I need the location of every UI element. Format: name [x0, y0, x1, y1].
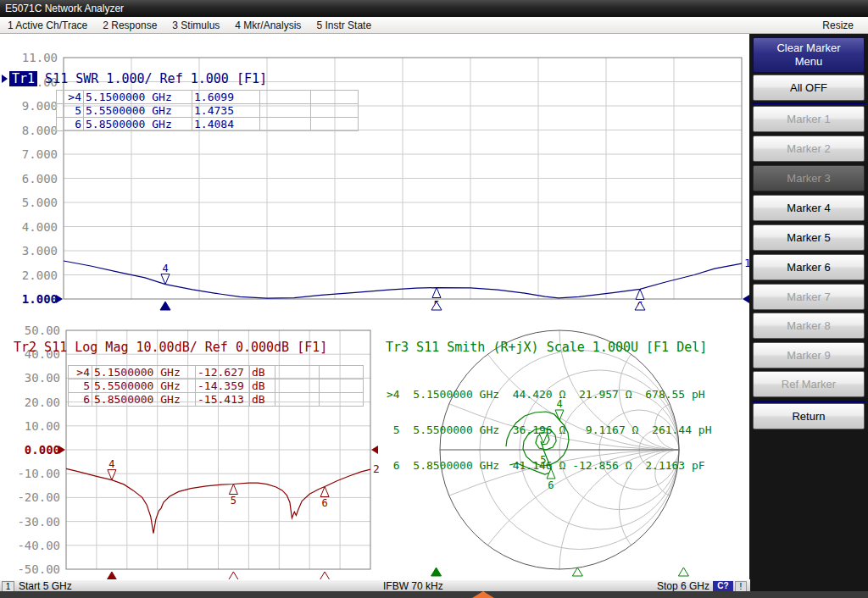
app-window: E5071C Network Analyzer 1 Active Ch/Trac…	[0, 0, 868, 598]
bottom-edge-strip	[0, 591, 868, 598]
softkey-menu-title-line2: Menu	[795, 55, 823, 69]
softkey-menu-title: Clear Marker Menu	[753, 37, 865, 73]
marker-3-button[interactable]: Marker 3	[753, 165, 865, 191]
svg-text:11.00: 11.00	[22, 51, 58, 64]
stop-frequency-label: Stop 6 GHz	[657, 580, 709, 592]
tr3-smith-chart[interactable]	[440, 330, 679, 569]
svg-text:2: 2	[373, 462, 380, 475]
softkey-separator	[752, 102, 865, 104]
svg-text:-50.00: -50.00	[17, 562, 60, 576]
svg-text:10.00: 10.00	[25, 419, 60, 433]
marker-9-button[interactable]: Marker 9	[753, 342, 865, 368]
menu-bar: 1 Active Ch/Trace 2 Response 3 Stimulus …	[0, 17, 868, 34]
menu-mkr-analysis[interactable]: 4 Mkr/Analysis	[227, 17, 309, 34]
marker-5-button[interactable]: Marker 5	[753, 224, 865, 251]
marker-1-button[interactable]: Marker 1	[753, 106, 865, 132]
svg-text:50.00: 50.00	[25, 324, 60, 337]
active-trace-arrow-icon	[2, 75, 8, 83]
svg-text:5.000: 5.000	[22, 196, 58, 209]
marker-2-button[interactable]: Marker 2	[753, 136, 865, 162]
menu-active-ch-trace[interactable]: 1 Active Ch/Trace	[0, 17, 95, 34]
svg-text:6.000: 6.000	[22, 172, 58, 185]
tr1-swr-chart[interactable]	[64, 58, 742, 299]
svg-text:3.000: 3.000	[22, 244, 58, 257]
marker-6-button[interactable]: Marker 6	[753, 254, 865, 280]
svg-text:-40.00: -40.00	[17, 539, 60, 552]
ifbw-label: IFBW 70 kHz	[383, 580, 443, 592]
softkey-menu-title-line1: Clear Marker	[776, 42, 840, 55]
all-off-button[interactable]: All OFF	[753, 75, 865, 101]
title-bar: E5071C Network Analyzer	[0, 0, 868, 17]
menu-response[interactable]: 2 Response	[95, 17, 164, 34]
return-button[interactable]: Return	[753, 403, 865, 429]
menu-instr-state[interactable]: 5 Instr State	[309, 17, 379, 34]
svg-text:5: 5	[433, 299, 439, 311]
svg-text:20.00: 20.00	[25, 396, 60, 409]
start-frequency-label: Start 5 GHz	[19, 580, 72, 592]
ref-marker-button[interactable]: Ref Marker	[753, 371, 865, 397]
marker-8-button[interactable]: Marker 8	[753, 313, 865, 339]
svg-text:-20.00: -20.00	[17, 490, 60, 504]
status-bar: 1 Start 5 GHz IFBW 70 kHz Stop 6 GHz C? …	[0, 579, 750, 591]
svg-text:2.000: 2.000	[22, 269, 58, 282]
svg-text:6: 6	[637, 300, 643, 312]
window-title: E5071C Network Analyzer	[5, 3, 124, 14]
svg-text:0.000: 0.000	[25, 443, 60, 457]
svg-text:8.000: 8.000	[22, 124, 58, 137]
svg-text:30.00: 30.00	[25, 371, 60, 385]
menu-stimulus[interactable]: 3 Stimulus	[164, 17, 227, 34]
softkey-separator	[752, 401, 865, 402]
menu-resize[interactable]: Resize	[815, 17, 861, 34]
marker-4-button[interactable]: Marker 4	[753, 195, 865, 221]
svg-text:4.000: 4.000	[22, 220, 58, 234]
svg-text:-10.00: -10.00	[17, 467, 60, 480]
svg-text:7.000: 7.000	[22, 147, 58, 161]
svg-text:-30.00: -30.00	[17, 515, 60, 529]
marker-7-button[interactable]: Marker 7	[753, 284, 865, 310]
instrument-display: 11.0010.009.0008.0007.0006.0005.0004.000…	[0, 34, 749, 579]
tr2-logmag-chart[interactable]	[66, 330, 370, 569]
orange-pointer-icon	[472, 591, 494, 598]
svg-text:1.000: 1.000	[22, 292, 58, 306]
softkey-sidebar: Clear Marker Menu All OFF Marker 1 Marke…	[749, 34, 868, 598]
svg-text:9.000: 9.000	[22, 99, 58, 113]
correction-status-badge: C?	[713, 581, 733, 591]
tr1-badge: Tr1	[9, 71, 37, 86]
